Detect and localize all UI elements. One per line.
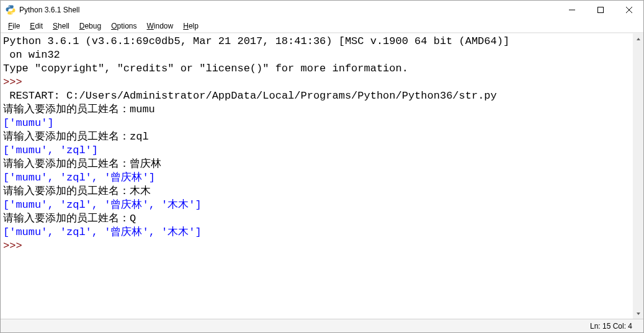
- input-prompt-2: 请输入要添加的员工姓名：: [3, 131, 130, 143]
- input-prompt-5: 请输入要添加的员工姓名：: [3, 213, 130, 224]
- content-wrap: Python 3.6.1 (v3.6.1:69c0db5, Mar 21 201…: [1, 33, 643, 319]
- titlebar: Python 3.6.1 Shell: [1, 1, 643, 19]
- svg-rect-1: [598, 7, 604, 13]
- shell-text-area[interactable]: Python 3.6.1 (v3.6.1:69c0db5, Mar 21 201…: [1, 33, 633, 319]
- restart-label: RESTART:: [3, 90, 66, 102]
- prompt: >>>: [3, 76, 22, 88]
- minimize-button[interactable]: [558, 1, 586, 19]
- banner-line-2: on win32: [3, 48, 630, 62]
- input-value-2: zql: [130, 131, 149, 143]
- menu-file[interactable]: File: [3, 20, 25, 32]
- menu-window[interactable]: Window: [142, 20, 179, 32]
- input-value-4: 木木: [130, 185, 151, 197]
- scroll-track[interactable]: [633, 44, 643, 308]
- input-value-1: mumu: [130, 104, 155, 115]
- menu-shell[interactable]: Shell: [48, 20, 74, 32]
- banner-line-1: Python 3.6.1 (v3.6.1:69c0db5, Mar 21 201…: [3, 35, 630, 48]
- menubar: File Edit Shell Debug Options Window Hel…: [1, 19, 643, 33]
- cursor-position: Ln: 15 Col: 4: [590, 322, 632, 331]
- output-3: ['mumu', 'zql', '曾庆林']: [3, 171, 630, 185]
- scroll-up-button[interactable]: [633, 33, 643, 44]
- maximize-button[interactable]: [586, 1, 615, 19]
- statusbar: Ln: 15 Col: 4: [1, 319, 643, 332]
- input-prompt-4: 请输入要添加的员工姓名：: [3, 185, 130, 197]
- input-value-5: Q: [130, 213, 136, 224]
- input-prompt-3: 请输入要添加的员工姓名：: [3, 158, 130, 170]
- window-title: Python 3.6.1 Shell: [19, 6, 79, 14]
- python-app-icon: [6, 5, 16, 15]
- restart-path: C:/Users/Administrator/AppData/Local/Pro…: [66, 90, 503, 102]
- scroll-down-button[interactable]: [633, 308, 643, 319]
- idle-window: Python 3.6.1 Shell File Edit Shell Debug…: [0, 0, 644, 333]
- output-5: ['mumu', 'zql', '曾庆林', '木木']: [3, 226, 630, 239]
- input-value-3: 曾庆林: [130, 158, 161, 170]
- menu-edit[interactable]: Edit: [25, 20, 48, 32]
- prompt-final: >>>: [3, 240, 22, 252]
- input-prompt-1: 请输入要添加的员工姓名：: [3, 104, 130, 115]
- output-1: ['mumu']: [3, 117, 630, 130]
- menu-debug[interactable]: Debug: [74, 20, 106, 32]
- menu-options[interactable]: Options: [106, 20, 141, 32]
- close-button[interactable]: [615, 1, 643, 19]
- menu-help[interactable]: Help: [178, 20, 203, 32]
- banner-line-3: Type "copyright", "credits" or "license(…: [3, 62, 630, 76]
- vertical-scrollbar[interactable]: [633, 33, 643, 319]
- output-4: ['mumu', 'zql', '曾庆林', '木木']: [3, 198, 630, 212]
- output-2: ['mumu', 'zql']: [3, 144, 630, 158]
